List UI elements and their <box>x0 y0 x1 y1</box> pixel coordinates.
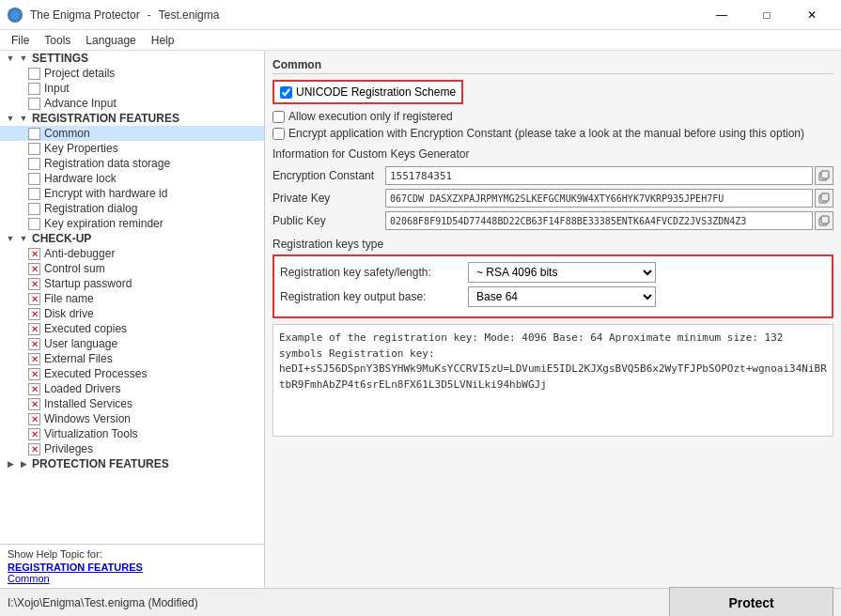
encryption-constant-input[interactable] <box>385 166 813 185</box>
sidebar-item-privileges[interactable]: ✕ Privileges <box>0 441 264 456</box>
app-name: The Enigma Protector <box>30 8 140 22</box>
help-link-reg-features[interactable]: REGISTRATION FEATURES <box>8 562 257 573</box>
checkbox-privileges[interactable]: ✕ <box>28 443 40 455</box>
checkbox-user-language[interactable]: ✕ <box>28 338 40 350</box>
checkbox-key-properties[interactable] <box>28 143 40 155</box>
checkbox-encrypt-hardware[interactable] <box>28 188 40 200</box>
close-button[interactable]: ✕ <box>790 1 833 29</box>
menu-tools[interactable]: Tools <box>37 32 78 49</box>
unicode-checkbox[interactable] <box>280 86 292 99</box>
advance-input-label: Advance Input <box>42 97 117 110</box>
example-box: Example of the registration key: Mode: 4… <box>273 324 833 437</box>
sidebar-item-executed-copies[interactable]: ✕ Executed copies <box>0 321 264 336</box>
private-key-copy[interactable] <box>815 189 833 208</box>
sidebar-item-key-properties[interactable]: Key Properties <box>0 141 264 156</box>
help-title: Show Help Topic for: <box>8 548 257 560</box>
checkbox-virtualization-tools[interactable]: ✕ <box>28 428 40 440</box>
svg-rect-3 <box>821 193 829 201</box>
menu-language[interactable]: Language <box>78 32 143 49</box>
sidebar-item-loaded-drivers[interactable]: ✕ Loaded Drivers <box>0 381 264 396</box>
menu-file[interactable]: File <box>4 32 37 49</box>
bottom-bar: I:\Xojo\Enigma\Test.enigma (Modified) Pr… <box>0 588 841 616</box>
checkbox-reg-dialog[interactable] <box>28 203 40 215</box>
sidebar-item-virtualization-tools[interactable]: ✕ Virtualization Tools <box>0 426 264 441</box>
user-language-label: User language <box>42 337 117 350</box>
sidebar-item-checkup[interactable]: ▼ ▼ CHECK-UP <box>0 231 264 246</box>
checkbox-input[interactable] <box>28 83 40 95</box>
external-files-label: External Files <box>42 352 113 365</box>
output-select[interactable]: Base 64 Base 32 Base 16 <box>468 286 656 307</box>
sidebar-item-windows-version[interactable]: ✕ Windows Version <box>0 411 264 426</box>
help-link-common[interactable]: Common <box>8 573 257 584</box>
sidebar-item-project-details[interactable]: Project details <box>0 66 264 81</box>
checkbox-key-expiration[interactable] <box>28 218 40 230</box>
checkbox-common[interactable] <box>28 128 40 140</box>
app-icon <box>8 8 23 23</box>
checkbox-advance-input[interactable] <box>28 98 40 110</box>
title-separator: - <box>148 8 151 22</box>
checkbox-windows-version[interactable]: ✕ <box>28 413 40 425</box>
safety-select[interactable]: ~ RSA 4096 bits ~ RSA 2048 bits ~ RSA 10… <box>468 262 656 283</box>
virtualization-tools-label: Virtualization Tools <box>42 427 138 440</box>
windows-version-label: Windows Version <box>42 412 131 425</box>
protection-features-label: PROTECTION FEATURES <box>30 457 169 470</box>
sidebar-item-anti-debugger[interactable]: ✕ Anti-debugger <box>0 246 264 261</box>
sidebar-item-external-files[interactable]: ✕ External Files <box>0 351 264 366</box>
control-sum-label: Control sum <box>42 262 105 275</box>
expand-protection: ▶ <box>4 457 17 470</box>
sidebar-item-hardware-lock[interactable]: Hardware lock <box>0 171 264 186</box>
reg-keys-title: Registration keys type <box>273 238 833 251</box>
installed-services-label: Installed Services <box>42 397 132 410</box>
sidebar-item-reg-features[interactable]: ▼ ▼ REGISTRATION FEATURES <box>0 111 264 126</box>
sidebar-item-advance-input[interactable]: Advance Input <box>0 96 264 111</box>
checkbox-reg-data-storage[interactable] <box>28 158 40 170</box>
public-key-copy[interactable] <box>815 211 833 230</box>
sidebar-item-reg-data-storage[interactable]: Registration data storage <box>0 156 264 171</box>
sidebar-item-executed-processes[interactable]: ✕ Executed Processes <box>0 366 264 381</box>
sidebar-item-protection-features[interactable]: ▶ ▶ PROTECTION FEATURES <box>0 456 264 471</box>
menu-bar: File Tools Language Help <box>0 30 841 51</box>
minimize-button[interactable]: — <box>700 1 743 29</box>
sidebar-item-user-language[interactable]: ✕ User language <box>0 336 264 351</box>
checkbox-installed-services[interactable]: ✕ <box>28 398 40 410</box>
sidebar-item-settings[interactable]: ▼ ▼ SETTINGS <box>0 51 264 66</box>
checkbox-executed-processes[interactable]: ✕ <box>28 368 40 380</box>
allow-execution-checkbox[interactable] <box>273 111 285 123</box>
menu-help[interactable]: Help <box>144 32 182 49</box>
encrypt-checkbox[interactable] <box>273 128 285 140</box>
expand-settings: ▼ <box>4 52 17 65</box>
sidebar-item-startup-password[interactable]: ✕ Startup password <box>0 276 264 291</box>
sidebar-item-key-expiration[interactable]: Key expiration reminder <box>0 216 264 231</box>
checkbox-external-files[interactable]: ✕ <box>28 353 40 365</box>
content-area: Common UNICODE Registration Scheme Allow… <box>265 51 841 588</box>
expand-protection2: ▶ <box>17 457 30 470</box>
sidebar-item-control-sum[interactable]: ✕ Control sum <box>0 261 264 276</box>
expand-reg: ▼ <box>4 112 17 125</box>
checkbox-disk-drive[interactable]: ✕ <box>28 308 40 320</box>
checkbox-loaded-drivers[interactable]: ✕ <box>28 383 40 395</box>
sidebar-item-encrypt-hardware[interactable]: Encrypt with hardware id <box>0 186 264 201</box>
svg-rect-1 <box>821 171 829 178</box>
checkbox-file-name[interactable]: ✕ <box>28 293 40 305</box>
maximize-button[interactable]: □ <box>745 1 788 29</box>
checkbox-anti-debugger[interactable]: ✕ <box>28 248 40 260</box>
main-container: ▼ ▼ SETTINGS Project details Input Advan… <box>0 51 841 588</box>
sidebar-item-common[interactable]: Common <box>0 126 264 141</box>
sidebar-item-reg-dialog[interactable]: Registration dialog <box>0 201 264 216</box>
sidebar-item-file-name[interactable]: ✕ File name <box>0 291 264 306</box>
sidebar-item-disk-drive[interactable]: ✕ Disk drive <box>0 306 264 321</box>
sidebar-item-input[interactable]: Input <box>0 81 264 96</box>
protect-button[interactable]: Protect <box>669 587 833 617</box>
public-key-input[interactable] <box>385 211 813 230</box>
sidebar-item-installed-services[interactable]: ✕ Installed Services <box>0 396 264 411</box>
checkbox-startup-password[interactable]: ✕ <box>28 278 40 290</box>
output-row: Registration key output base: Base 64 Ba… <box>280 286 826 307</box>
private-key-input[interactable] <box>385 189 813 208</box>
checkbox-executed-copies[interactable]: ✕ <box>28 323 40 335</box>
checkbox-control-sum[interactable]: ✕ <box>28 263 40 275</box>
encryption-constant-copy[interactable] <box>815 166 833 185</box>
privileges-label: Privileges <box>42 442 93 455</box>
private-key-label: Private Key <box>273 192 385 205</box>
checkbox-hardware-lock[interactable] <box>28 173 40 185</box>
checkbox-project-details[interactable] <box>28 68 40 80</box>
